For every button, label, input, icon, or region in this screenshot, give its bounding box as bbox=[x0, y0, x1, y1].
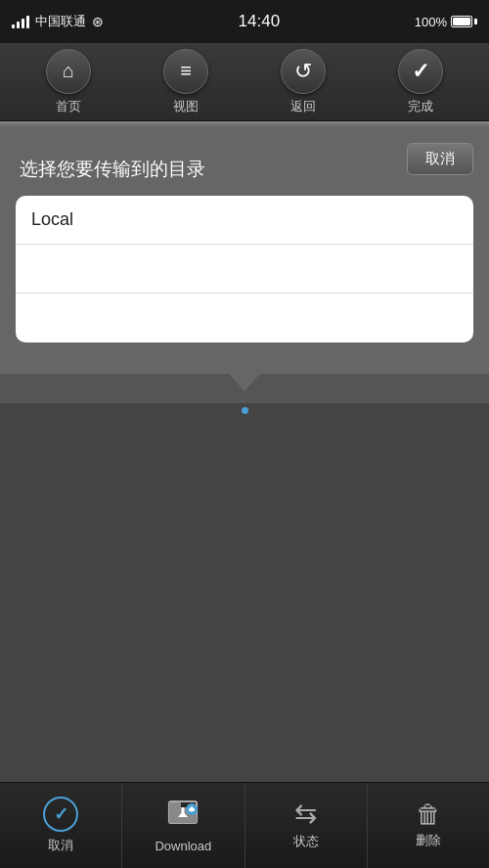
directory-list: Local bbox=[16, 196, 473, 343]
nav-item-done[interactable]: ✓ 完成 bbox=[398, 49, 443, 115]
battery-percent: 100% bbox=[415, 15, 447, 29]
dialog-bottom bbox=[0, 374, 489, 403]
tab-label-cancel: 取消 bbox=[48, 837, 73, 854]
back-icon: ↺ bbox=[294, 59, 312, 84]
dot-active bbox=[242, 407, 248, 414]
wifi-icon: ⊛ bbox=[92, 14, 104, 29]
nav-circle-home: ⌂ bbox=[46, 49, 91, 94]
trash-icon: 🗑 bbox=[416, 801, 441, 827]
nav-circle-back: ↺ bbox=[281, 49, 326, 94]
list-item-empty-2[interactable] bbox=[16, 294, 473, 343]
dialog-arrow bbox=[229, 374, 260, 391]
nav-bar: ⌂ 首页 ≡ 视图 ↺ 返回 ✓ 完成 bbox=[0, 43, 489, 121]
nav-label-view: 视图 bbox=[173, 98, 199, 115]
tab-item-status[interactable]: ⇆ 状态 bbox=[245, 783, 368, 868]
nav-circle-view: ≡ bbox=[163, 49, 208, 94]
nav-label-home: 首页 bbox=[56, 98, 81, 115]
status-arrows-icon: ⇆ bbox=[294, 800, 317, 828]
tab-label-download: Download bbox=[155, 839, 211, 853]
battery-icon bbox=[451, 16, 477, 27]
tab-item-delete[interactable]: 🗑 删除 bbox=[368, 783, 489, 868]
menu-icon: ≡ bbox=[180, 60, 192, 82]
svg-rect-8 bbox=[189, 808, 195, 811]
status-right: 100% bbox=[415, 15, 477, 29]
nav-label-back: 返回 bbox=[290, 98, 316, 115]
list-item-local[interactable]: Local bbox=[16, 196, 473, 245]
status-left: 中国联通 ⊛ bbox=[12, 13, 104, 30]
tab-label-status: 状态 bbox=[293, 833, 319, 850]
svg-rect-5 bbox=[182, 807, 185, 813]
tab-bar: ✓ 取消 bbox=[0, 782, 489, 868]
dialog-title: 选择您要传输到的目录 bbox=[16, 157, 473, 182]
status-bar: 中国联通 ⊛ 14:40 100% bbox=[0, 0, 489, 43]
nav-circle-done: ✓ bbox=[398, 49, 443, 94]
download-icon bbox=[165, 799, 200, 834]
cancel-button[interactable]: 取消 bbox=[407, 143, 473, 175]
dot-indicator bbox=[0, 403, 489, 417]
list-item-empty-1[interactable] bbox=[16, 245, 473, 294]
cancel-check-icon: ✓ bbox=[43, 797, 78, 832]
svg-rect-3 bbox=[169, 802, 181, 808]
tab-item-download[interactable]: Download bbox=[122, 783, 244, 868]
nav-item-back[interactable]: ↺ 返回 bbox=[281, 49, 326, 115]
clock: 14:40 bbox=[239, 12, 281, 31]
carrier-label: 中国联通 bbox=[35, 13, 86, 30]
checkmark-icon: ✓ bbox=[412, 59, 429, 84]
app-container: 中国联通 ⊛ 14:40 100% ⌂ 首页 ≡ 视图 bbox=[0, 0, 489, 868]
tab-item-cancel[interactable]: ✓ 取消 bbox=[0, 783, 122, 868]
dialog: 取消 选择您要传输到的目录 Local bbox=[0, 127, 489, 374]
signal-icon bbox=[12, 15, 29, 28]
nav-label-done: 完成 bbox=[408, 98, 433, 115]
tab-label-delete: 删除 bbox=[416, 832, 441, 849]
home-icon: ⌂ bbox=[63, 60, 74, 82]
nav-item-view[interactable]: ≡ 视图 bbox=[163, 49, 208, 115]
nav-item-home[interactable]: ⌂ 首页 bbox=[46, 49, 91, 115]
